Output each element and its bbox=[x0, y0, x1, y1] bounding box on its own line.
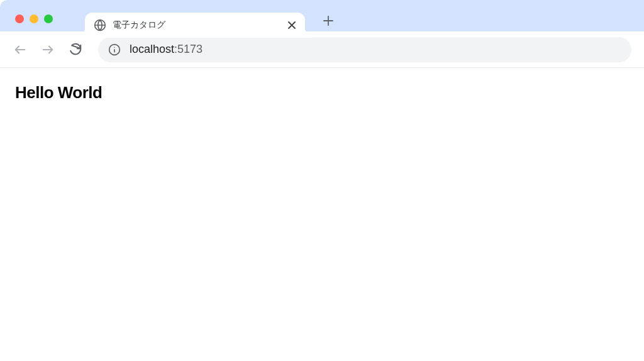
maximize-window-button[interactable] bbox=[44, 14, 53, 23]
reload-button[interactable] bbox=[63, 37, 88, 62]
tab-title: 電子カタログ bbox=[113, 19, 286, 31]
close-icon bbox=[288, 21, 296, 29]
svg-point-3 bbox=[114, 47, 115, 48]
window-controls bbox=[15, 14, 53, 23]
minimize-window-button[interactable] bbox=[30, 14, 38, 23]
forward-button[interactable] bbox=[35, 37, 60, 62]
reload-icon bbox=[69, 43, 82, 57]
back-button[interactable] bbox=[8, 37, 33, 62]
new-tab-button[interactable] bbox=[319, 11, 338, 30]
plus-icon bbox=[323, 16, 333, 26]
globe-icon bbox=[94, 19, 106, 31]
browser-chrome: 電子カタログ bbox=[0, 0, 644, 68]
url-host: localhost bbox=[130, 43, 174, 55]
arrow-right-icon bbox=[41, 43, 55, 57]
close-window-button[interactable] bbox=[15, 14, 24, 23]
browser-tab[interactable]: 電子カタログ bbox=[85, 13, 305, 38]
arrow-left-icon bbox=[13, 43, 27, 57]
page-heading: Hello World bbox=[15, 83, 629, 103]
site-info-button[interactable] bbox=[108, 43, 121, 56]
url-text: localhost:5173 bbox=[130, 43, 203, 56]
address-bar[interactable]: localhost:5173 bbox=[98, 37, 631, 62]
page-content: Hello World bbox=[0, 68, 644, 118]
close-tab-button[interactable] bbox=[286, 19, 297, 31]
tab-bar: 電子カタログ bbox=[0, 0, 644, 31]
url-port: :5173 bbox=[174, 43, 203, 55]
info-icon bbox=[108, 43, 121, 56]
